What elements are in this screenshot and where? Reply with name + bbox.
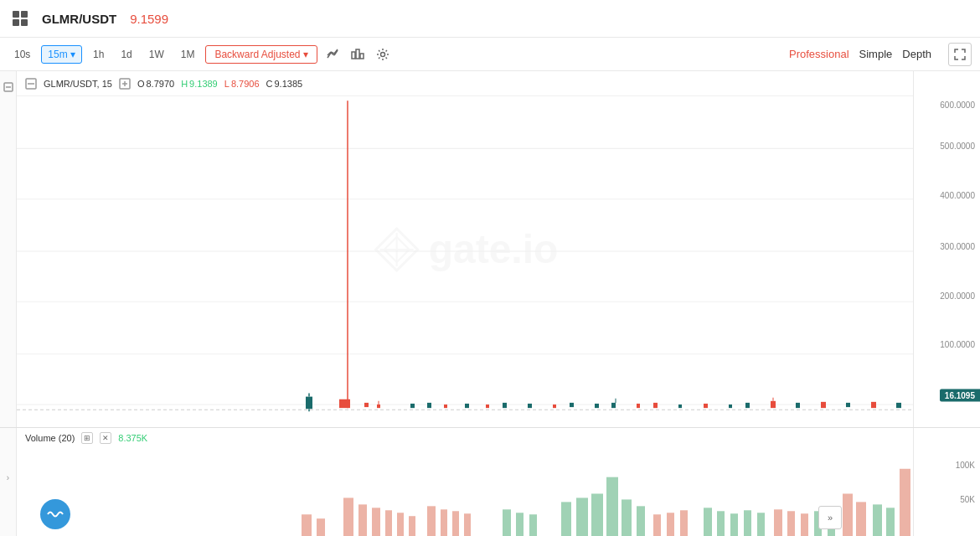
svg-rect-81	[591, 493, 603, 536]
pair-title: GLMR/USDT	[42, 12, 116, 26]
svg-rect-66	[343, 497, 353, 536]
svg-rect-87	[680, 510, 688, 536]
svg-rect-52	[653, 403, 658, 408]
svg-rect-74	[452, 511, 459, 536]
svg-rect-0	[13, 11, 19, 18]
ohlc-l: L8.7906	[224, 79, 260, 89]
vol-value: 8.375K	[118, 433, 147, 443]
svg-rect-48	[595, 404, 599, 408]
timeframe-10s[interactable]: 10s	[8, 46, 36, 63]
svg-rect-55	[729, 405, 732, 408]
chart-type-dropdown[interactable]: Backward Adjusted ▾	[205, 45, 317, 64]
current-price-label: 16.1095	[940, 389, 980, 402]
svg-rect-35	[339, 399, 345, 408]
svg-rect-86	[667, 513, 674, 536]
svg-rect-75	[464, 513, 471, 536]
settings-icon[interactable]	[373, 44, 393, 64]
y-axis: 600.0000 500.0000 400.0000 300.0000 200.…	[913, 71, 980, 427]
chart-info-bar: GLMR/USDT, 15 O8.7970 H9.1389 L8.7906 C9…	[17, 71, 913, 96]
minimize-icon[interactable]	[1, 80, 16, 95]
svg-rect-42	[465, 404, 469, 408]
svg-rect-61	[846, 403, 850, 407]
svg-rect-53	[678, 405, 682, 408]
main-chart: GLMR/USDT, 15 O8.7970 H9.1389 L8.7906 C9…	[0, 71, 980, 427]
svg-rect-91	[744, 510, 751, 536]
app-container: GLMR/USDT 9.1599 10s 15m ▾ 1h 1d 1W 1M B…	[0, 0, 980, 536]
volume-canvas: Volume (20) ⊞ ✕ 8.375K	[17, 428, 913, 536]
svg-rect-56	[745, 403, 750, 408]
svg-rect-51	[637, 404, 640, 408]
y-label-400: 400.0000	[940, 190, 975, 199]
svg-rect-84	[637, 506, 645, 536]
left-panel	[0, 71, 17, 427]
wave-icon[interactable]	[40, 499, 70, 529]
grid-icon[interactable]	[8, 7, 32, 30]
svg-rect-63	[896, 403, 901, 408]
ohlc-o-val: 8.7970	[146, 79, 174, 89]
vol-label: Volume (20)	[25, 433, 75, 443]
chart-area: GLMR/USDT, 15 O8.7970 H9.1389 L8.7906 C9…	[0, 71, 980, 536]
svg-rect-41	[444, 405, 447, 408]
timeframe-1d[interactable]: 1d	[115, 46, 137, 63]
vol-settings-btn[interactable]: ⊞	[81, 432, 93, 444]
svg-rect-67	[358, 504, 367, 536]
indicator-icon[interactable]	[348, 44, 368, 64]
svg-rect-85	[653, 514, 661, 536]
y-label-500: 500.0000	[940, 141, 975, 150]
chart-symbol: GLMR/USDT, 15	[44, 79, 112, 89]
depth-link[interactable]: Depth	[902, 48, 931, 60]
svg-rect-83	[622, 499, 632, 536]
svg-rect-65	[317, 518, 325, 536]
expand-icon[interactable]	[948, 43, 972, 66]
svg-rect-90	[730, 513, 738, 536]
svg-rect-88	[704, 508, 712, 536]
professional-link[interactable]: Professional	[789, 48, 849, 60]
svg-rect-31	[345, 399, 350, 408]
svg-rect-99	[856, 502, 866, 536]
svg-rect-12	[360, 54, 364, 59]
vol-y-100k: 100K	[956, 461, 975, 470]
simple-link[interactable]: Simple	[859, 48, 893, 60]
volume-info-bar: Volume (20) ⊞ ✕ 8.375K	[17, 428, 913, 448]
svg-rect-3	[21, 19, 28, 26]
pair-price: 9.1599	[130, 12, 168, 26]
svg-rect-39	[410, 404, 415, 408]
vol-y-50k: 50K	[960, 495, 975, 504]
add-indicator-icon[interactable]	[119, 78, 131, 90]
expand-volume-btn[interactable]: »	[818, 506, 842, 529]
svg-rect-68	[372, 508, 380, 536]
svg-rect-100	[873, 504, 882, 536]
svg-rect-1	[21, 11, 28, 18]
timeframe-1w[interactable]: 1W	[143, 46, 170, 63]
svg-rect-82	[606, 477, 618, 536]
compare-icon[interactable]	[322, 44, 343, 64]
volume-arrow-icon[interactable]: ›	[7, 473, 9, 482]
svg-rect-77	[516, 513, 524, 536]
minimize-chart-icon[interactable]	[25, 78, 37, 90]
svg-rect-40	[427, 403, 431, 408]
svg-point-13	[380, 52, 384, 56]
vol-close-btn[interactable]: ✕	[100, 432, 111, 444]
top-bar: GLMR/USDT 9.1599	[0, 0, 980, 38]
svg-rect-102	[900, 469, 910, 536]
svg-rect-72	[427, 506, 436, 536]
svg-rect-44	[503, 403, 507, 408]
svg-rect-98	[843, 493, 853, 536]
timeframe-1m[interactable]: 1M	[175, 46, 201, 63]
timeframe-1h[interactable]: 1h	[87, 46, 110, 63]
svg-rect-60	[821, 402, 826, 408]
ohlc-h-val: 9.1389	[189, 79, 218, 89]
volume-section: › Volume (20) ⊞ ✕ 8.375K	[0, 427, 980, 536]
svg-rect-62	[871, 402, 876, 408]
timeframe-15m[interactable]: 15m ▾	[41, 45, 82, 64]
svg-rect-46	[553, 405, 556, 408]
svg-rect-94	[787, 511, 795, 536]
ohlc-c-val: 9.1385	[274, 79, 302, 89]
ohlc-c: C9.1385	[266, 79, 303, 89]
price-chart-svg	[17, 96, 913, 427]
y-label-300: 300.0000	[940, 241, 975, 250]
svg-rect-64	[302, 514, 312, 536]
svg-rect-36	[364, 403, 369, 407]
svg-rect-45	[528, 404, 532, 408]
volume-chart-svg	[17, 448, 913, 536]
